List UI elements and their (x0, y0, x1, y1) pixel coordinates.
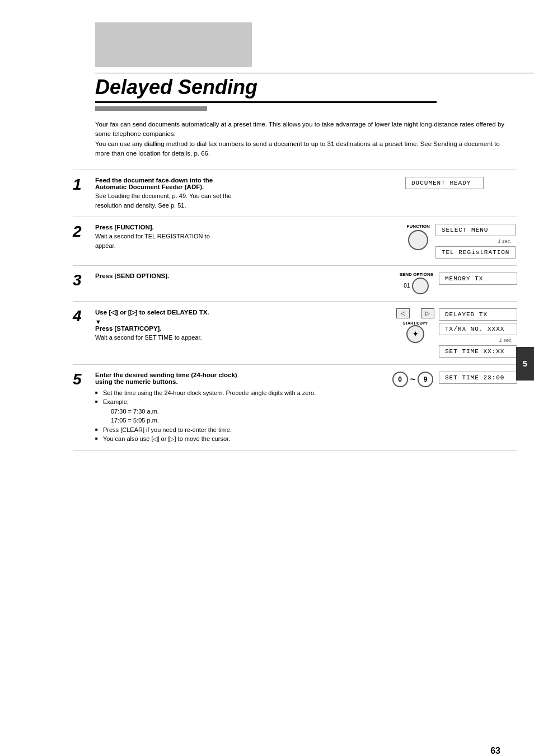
intro-line2: You can use any dialling method to dial … (95, 139, 506, 159)
step2: 2 Press [FUNCTION]. Wait a second for TE… (73, 224, 517, 259)
step5-lcd-stack: SET TIME 23:00 (439, 372, 517, 384)
step4-divider-bottom (73, 364, 517, 365)
num-nine-circle[interactable]: 9 (418, 372, 433, 387)
step2-desc: Wait a second for TEL REGISTRATION toapp… (95, 232, 405, 250)
step4: 4 Use [◁] or [▷] to select DELAYED TX. ▼… (73, 308, 517, 358)
step1-divider-bottom (73, 217, 517, 217)
function-btn-label: FUNCTION (407, 224, 430, 229)
step4-left: 4 Use [◁] or [▷] to select DELAYED TX. ▼… (73, 308, 396, 342)
step4-one-sec: 1 sec. (439, 337, 513, 343)
step5-example1: 07:30 = 7:30 a.m. (103, 407, 392, 416)
page-container: Delayed Sending Your fax can send docume… (0, 22, 534, 756)
num-zero-circle[interactable]: 0 (392, 372, 408, 387)
step1-left: 1 Feed the document face-down into theAu… (73, 177, 405, 210)
step5-title: Enter the desired sending time (24-hour … (95, 372, 392, 385)
tilde-separator: ~ (410, 374, 415, 384)
page-number: 63 (490, 746, 500, 756)
start-copy-label: START/COPY (403, 321, 428, 325)
title-accent-bar (95, 106, 207, 111)
step5-bullet2: Example: 07:30 = 7:30 a.m. 17:05 = 5:05 … (95, 397, 392, 425)
step2-lcd-tel-reg: TEL REGistRATION (435, 246, 516, 259)
step4-arrow-row: ◁ ▷ (396, 308, 434, 318)
send-options-num: 01 (404, 283, 410, 289)
right-arrow-icon: ▷ (425, 310, 430, 316)
send-options-circle[interactable] (412, 278, 429, 294)
step2-left: 2 Press [FUNCTION]. Wait a second for TE… (73, 224, 405, 250)
step2-one-sec: 1 sec. (435, 238, 512, 244)
top-decorative-box (95, 22, 252, 67)
step5-bullet3: Press [CLEAR] if you need to re-enter th… (95, 425, 392, 435)
step4-lcd-set-time-blank: SET TIME XX:XX (439, 345, 517, 358)
step5-text: Enter the desired sending time (24-hour … (95, 372, 392, 444)
step3-text: Press [SEND OPTIONS]. (95, 273, 400, 280)
num-nine: 9 (424, 375, 428, 383)
step5: 5 Enter the desired sending time (24-hou… (73, 372, 517, 444)
step1: 1 Feed the document face-down into theAu… (73, 177, 517, 210)
step5-bullet4: You can also use [◁] or [▷] to move the … (95, 434, 392, 444)
step4-title2: Press [START/COPY]. (95, 325, 396, 332)
step4-arrow-down: ▼ (95, 318, 396, 325)
step3-title: Press [SEND OPTIONS]. (95, 273, 400, 279)
step3: 3 Press [SEND OPTIONS]. SEND OPTIONS 01 … (73, 273, 517, 294)
step2-visual: FUNCTION SELECT MENU 1 sec. TEL REGistRA… (405, 224, 517, 259)
step5-visual: 0 ~ 9 SET TIME 23:00 (392, 372, 517, 387)
step2-lcd-select-menu: SELECT MENU (435, 224, 516, 236)
title-top-rule (95, 73, 534, 73)
step2-function-button[interactable]: FUNCTION (407, 224, 430, 250)
steps-container: 1 Feed the document face-down into theAu… (73, 170, 517, 451)
step5-example2: 17:05 = 5:05 p.m. (103, 416, 392, 425)
step4-lcd-stack: DELAYED TX TX/RX NO. XXXX 1 sec. SET TIM… (439, 308, 517, 358)
step3-number: 3 (73, 273, 95, 288)
step4-text: Use [◁] or [▷] to select DELAYED TX. ▼ P… (95, 308, 396, 342)
start-copy-btn-circle[interactable]: ✦ (406, 325, 424, 343)
step5-bullet-list: Set the time using the 24-hour clock sys… (95, 388, 392, 444)
step4-nav-arrows: ◁ ▷ (396, 308, 434, 318)
step5-lcd-set-time: SET TIME 23:00 (439, 372, 517, 384)
step5-left: 5 Enter the desired sending time (24-hou… (73, 372, 392, 444)
page-title: Delayed Sending (95, 76, 534, 99)
right-arrow-btn[interactable]: ▷ (421, 308, 434, 318)
step1-lcd-document-ready: DOCUMENT READY (405, 177, 484, 189)
step5-numeric-range: 0 ~ 9 (392, 372, 433, 387)
step4-start-copy[interactable]: START/COPY ✦ (403, 321, 428, 343)
function-btn-circle[interactable] (408, 230, 428, 250)
step4-number: 4 (73, 308, 95, 324)
step4-title: Use [◁] or [▷] to select DELAYED TX. (95, 308, 396, 316)
step5-divider-bottom (73, 450, 517, 451)
step3-left: 3 Press [SEND OPTIONS]. (73, 273, 400, 288)
step3-lcd-memory-tx: MEMORY TX (439, 273, 517, 285)
intro-text: Your fax can send documents automaticall… (95, 120, 506, 158)
step4-lcd-txrx: TX/RX NO. XXXX (439, 323, 517, 335)
step4-visual: ◁ ▷ START/COPY ✦ DELAYED TX TX/ (396, 308, 517, 358)
chapter-number: 5 (523, 359, 527, 368)
step3-divider-bottom (73, 301, 517, 302)
step3-lcd-stack: MEMORY TX (439, 273, 517, 285)
step3-visual: SEND OPTIONS 01 MEMORY TX (400, 273, 517, 294)
title-section: Delayed Sending (95, 67, 534, 111)
step5-bullet1: Set the time using the 24-hour clock sys… (95, 388, 392, 398)
left-arrow-icon: ◁ (401, 310, 405, 316)
step1-desc: See Loading the document, p. 49. You can… (95, 191, 405, 210)
title-underline (95, 101, 437, 103)
step4-lcd-delayed-tx: DELAYED TX (439, 308, 517, 321)
step2-lcd-stack: SELECT MENU 1 sec. TEL REGistRATION (435, 224, 516, 259)
step2-divider-bottom (73, 265, 517, 266)
chapter-tab: 5 (516, 347, 534, 381)
step1-visual: DOCUMENT READY (405, 177, 517, 189)
num-zero: 0 (398, 375, 402, 383)
step1-text: Feed the document face-down into theAuto… (95, 177, 405, 210)
step2-text: Press [FUNCTION]. Wait a second for TEL … (95, 224, 405, 250)
step1-title: Feed the document face-down into theAuto… (95, 177, 405, 190)
send-options-label: SEND OPTIONS (400, 273, 433, 278)
step1-number: 1 (73, 177, 95, 192)
step1-lcd-stack: DOCUMENT READY (405, 177, 484, 189)
intro-line1: Your fax can send documents automaticall… (95, 120, 506, 139)
step1-divider-top (73, 170, 517, 170)
step5-number: 5 (73, 372, 95, 387)
left-arrow-btn[interactable]: ◁ (396, 308, 410, 318)
step2-title: Press [FUNCTION]. (95, 224, 405, 231)
step2-number: 2 (73, 224, 95, 240)
step4-desc: Wait a second for SET TIME to appear. (95, 333, 396, 342)
step3-send-options-button[interactable]: SEND OPTIONS 01 (400, 273, 433, 294)
